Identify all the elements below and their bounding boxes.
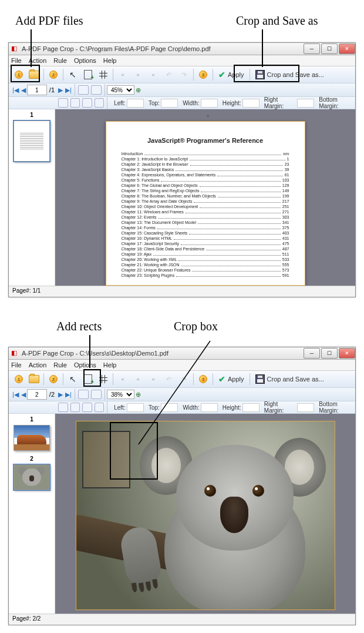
tool-button[interactable]: ▫ — [132, 69, 144, 81]
add-rect-button[interactable] — [82, 373, 94, 385]
align-icon[interactable] — [58, 403, 68, 412]
toc-line: Chapter 13: The Document Object Model341 — [122, 220, 289, 225]
app-window-2: ◧ A-PDF Page Crop - C:\Users\s\Desktop\D… — [8, 347, 356, 625]
height-input[interactable] — [242, 99, 259, 108]
select-tool-button[interactable]: ↖ — [67, 69, 79, 81]
prev-page-button[interactable]: ◀ — [21, 391, 26, 398]
tool-button[interactable]: ▫ — [147, 373, 159, 385]
tool-button[interactable]: ▫ — [117, 69, 129, 81]
separator — [113, 373, 113, 385]
title-bar: ◧ A-PDF Page Crop - C:\Users\s\Desktop\D… — [9, 347, 355, 360]
right-margin-input[interactable] — [297, 99, 314, 108]
annotation-crop-save: Crop and Save as — [236, 14, 318, 28]
last-page-button[interactable]: ▶| — [65, 391, 72, 398]
page-document: JavaScript® Programmer's Reference Intro… — [106, 121, 305, 286]
minimize-button[interactable]: ─ — [304, 348, 320, 359]
add-rect-button[interactable] — [82, 69, 94, 81]
separator — [250, 373, 250, 385]
step-3-icon: 3 — [197, 69, 209, 81]
align-icon[interactable] — [82, 98, 92, 108]
menu-help[interactable]: Help — [103, 361, 117, 369]
zoom-in-button[interactable]: ⊕ — [136, 86, 141, 94]
menu-options[interactable]: Options — [74, 57, 96, 64]
left-input[interactable] — [127, 403, 144, 412]
page-number-input[interactable] — [27, 85, 47, 95]
menu-help[interactable]: Help — [103, 57, 117, 64]
top-input[interactable] — [161, 99, 178, 108]
open-file-button[interactable] — [28, 69, 40, 81]
separator — [213, 69, 213, 81]
nav-toolbar: |◀ ◀ /2 ▶ ▶| 38% ⊕ — [9, 388, 355, 401]
redo-button[interactable]: ↷ — [178, 69, 190, 81]
thumbnail-1[interactable] — [14, 120, 50, 162]
document-viewport[interactable] — [55, 414, 355, 614]
fit-page-button[interactable] — [78, 390, 89, 399]
bottom-margin-label: Bottom Margin: — [319, 401, 355, 414]
crop-and-save-button[interactable]: Crop and Save as... — [252, 69, 328, 81]
top-label: Top: — [149, 100, 160, 106]
zoom-in-button[interactable]: ⊕ — [136, 391, 141, 398]
fit-page-button[interactable] — [78, 85, 89, 95]
zoom-select[interactable]: 38% — [107, 390, 134, 399]
zoom-select[interactable]: 45% — [107, 85, 134, 95]
width-label: Width: — [183, 100, 199, 106]
align-icon[interactable] — [58, 98, 68, 108]
page-number-input[interactable] — [27, 389, 47, 400]
select-tool-button[interactable]: ↖ — [67, 373, 79, 385]
menu-file[interactable]: File — [11, 361, 22, 369]
thumb-preview-icon — [20, 132, 43, 150]
handle-icon[interactable]: ✦ — [205, 113, 210, 119]
apply-button[interactable]: ✔Apply — [215, 69, 248, 81]
width-input[interactable] — [201, 403, 218, 412]
crop-and-save-button[interactable]: Crop and Save as... — [252, 373, 328, 385]
right-margin-input[interactable] — [297, 403, 314, 412]
align-icon[interactable] — [70, 98, 80, 108]
width-input[interactable] — [201, 99, 218, 108]
toc-line: Chapter 20: Working with XML533 — [122, 257, 289, 262]
open-file-button[interactable] — [28, 373, 40, 385]
height-label: Height: — [223, 100, 241, 106]
toc-line: Chapter 4: Expressions, Operators, and S… — [122, 172, 289, 177]
crop-rectangle[interactable] — [82, 431, 130, 488]
close-button[interactable]: ✕ — [339, 348, 355, 359]
callout-line — [262, 29, 263, 67]
tool-button[interactable]: ▫ — [132, 373, 144, 385]
table-of-contents: IntroductionxxvChapter 1: Introduction t… — [122, 151, 289, 278]
close-button[interactable]: ✕ — [339, 43, 355, 54]
document-viewport[interactable]: ✦ JavaScript® Programmer's Reference Int… — [55, 109, 355, 286]
menu-file[interactable]: File — [11, 57, 22, 64]
align-icon[interactable] — [70, 403, 80, 412]
align-icon[interactable] — [95, 98, 105, 108]
first-page-button[interactable]: |◀ — [12, 86, 19, 94]
next-page-button[interactable]: ▶ — [58, 86, 63, 94]
align-icon[interactable] — [95, 403, 105, 412]
height-input[interactable] — [242, 403, 259, 412]
fit-width-button[interactable] — [91, 390, 102, 399]
left-input[interactable] — [127, 99, 144, 108]
menu-options[interactable]: Options — [74, 361, 96, 369]
fit-width-button[interactable] — [91, 85, 102, 95]
apply-button[interactable]: ✔Apply — [215, 373, 248, 385]
top-input[interactable] — [161, 403, 178, 412]
grid-button[interactable] — [97, 69, 109, 81]
tool-button[interactable]: ▫ — [117, 373, 129, 385]
thumbnail-1[interactable] — [14, 425, 50, 451]
undo-button[interactable]: ↶ — [163, 373, 174, 385]
menu-action[interactable]: Action — [29, 361, 47, 369]
prev-page-button[interactable]: ◀ — [21, 86, 26, 94]
maximize-button[interactable]: ☐ — [321, 348, 338, 359]
grid-button[interactable] — [97, 373, 109, 385]
thumbnail-2[interactable] — [14, 464, 50, 490]
menu-rule[interactable]: Rule — [53, 361, 67, 369]
annotation-add-rects: Add rects — [56, 320, 102, 333]
minimize-button[interactable]: ─ — [304, 43, 320, 54]
maximize-button[interactable]: ☐ — [321, 43, 338, 54]
menu-rule[interactable]: Rule — [53, 57, 67, 64]
last-page-button[interactable]: ▶| — [65, 86, 72, 94]
tool-button[interactable]: ▫ — [147, 69, 159, 81]
align-icon[interactable] — [82, 403, 92, 412]
next-page-button[interactable]: ▶ — [58, 391, 63, 398]
redo-button[interactable]: ↷ — [178, 373, 190, 385]
undo-button[interactable]: ↶ — [163, 69, 174, 81]
first-page-button[interactable]: |◀ — [12, 391, 19, 398]
